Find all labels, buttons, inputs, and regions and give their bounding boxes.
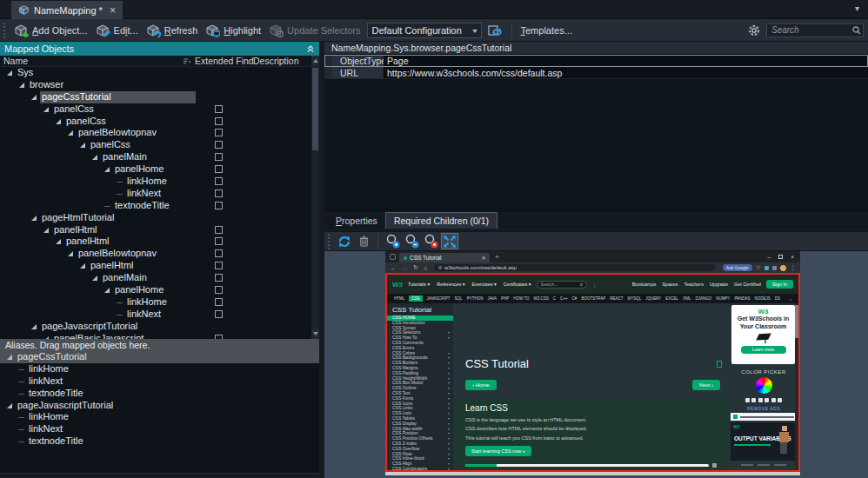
tree-row[interactable]: panelBasicJavascript (0, 333, 311, 339)
delete-image-button[interactable] (355, 233, 372, 249)
expand-icon[interactable] (6, 70, 13, 76)
toolbar-grip[interactable] (3, 23, 8, 38)
expand-icon[interactable] (103, 287, 110, 294)
tree-row[interactable]: Sys (0, 67, 311, 79)
tree-row[interactable]: textnodeTitle (0, 435, 319, 448)
zoom-out-button[interactable] (403, 233, 420, 249)
expand-icon[interactable] (67, 250, 74, 257)
expand-icon[interactable] (55, 238, 62, 245)
templates-button[interactable]: Templates... (517, 23, 577, 37)
extended-find-checkbox[interactable] (215, 310, 223, 318)
search-input[interactable] (766, 23, 864, 37)
extended-find-checkbox[interactable] (215, 274, 223, 282)
tab-close-icon[interactable]: × (110, 4, 116, 17)
expand-icon[interactable] (30, 215, 37, 222)
extended-find-checkbox[interactable] (215, 298, 223, 306)
scroll-down-icon[interactable] (311, 329, 319, 339)
tree-row[interactable]: linkHome (0, 176, 311, 188)
expand-icon[interactable] (67, 129, 74, 136)
update-selectors-button[interactable]: Update Selectors (265, 22, 364, 39)
edit-button[interactable]: Edit... (92, 22, 143, 39)
expand-icon[interactable] (6, 402, 13, 409)
tree-scrollbar[interactable] (311, 56, 319, 339)
scrollbar-thumb[interactable] (312, 68, 318, 150)
expand-icon[interactable] (91, 154, 98, 161)
tree-row[interactable]: panelBelowtopnav (0, 248, 311, 260)
tree-row[interactable]: browser (0, 79, 311, 91)
extended-find-checkbox[interactable] (215, 189, 223, 197)
extended-find-checkbox[interactable] (215, 129, 223, 136)
expand-icon[interactable] (103, 166, 110, 173)
expand-icon[interactable] (30, 323, 37, 330)
tab-namemapping[interactable]: NameMapping * × (11, 1, 123, 19)
expand-icon[interactable] (55, 118, 62, 125)
fit-to-window-button[interactable] (441, 233, 458, 249)
extended-find-checkbox[interactable] (215, 153, 223, 161)
property-value[interactable]: Page (384, 55, 868, 66)
tree-row[interactable]: textnodeTitle (0, 388, 319, 400)
tree-row[interactable]: panelHome (0, 163, 311, 176)
property-row[interactable]: ObjectType Page (324, 55, 868, 67)
tree-row[interactable]: linkHome (0, 363, 319, 375)
scroll-up-icon[interactable] (311, 56, 319, 66)
tree-row[interactable]: pageCssTutorial (0, 91, 311, 103)
tab-overflow-icon[interactable]: ▾ (855, 3, 859, 13)
gear-icon[interactable] (747, 23, 761, 37)
extended-find-checkbox[interactable] (215, 202, 223, 209)
refresh-image-button[interactable] (336, 233, 353, 249)
collapse-panel-icon[interactable] (306, 44, 315, 53)
tree-row[interactable]: panelHtml (0, 236, 311, 248)
tree-row[interactable]: pageJavascriptTutorial (0, 321, 311, 333)
extended-find-checkbox[interactable] (215, 165, 223, 173)
refresh-button[interactable]: Refresh (143, 22, 203, 39)
toolbar-grip[interactable] (328, 234, 332, 249)
update-configuration-button[interactable] (484, 22, 507, 39)
extended-find-checkbox[interactable] (215, 141, 223, 149)
add-object-button[interactable]: Add Object... (10, 22, 92, 39)
tree-row[interactable]: linkNext (0, 188, 311, 200)
tree-row[interactable]: linkHome (0, 411, 319, 423)
extended-find-checkbox[interactable] (215, 117, 223, 125)
column-name[interactable]: Name (3, 56, 28, 67)
tree-row[interactable]: textnodeTitle (0, 200, 311, 212)
zoom-in-button[interactable] (384, 233, 401, 249)
tree-row[interactable]: linkHome (0, 296, 311, 309)
expand-icon[interactable] (43, 106, 50, 113)
extended-find-checkbox[interactable] (215, 286, 223, 294)
expand-icon[interactable] (18, 82, 25, 89)
extended-find-checkbox[interactable] (215, 249, 223, 257)
column-extended-find[interactable]: Extended Find (195, 56, 254, 67)
tree-row[interactable]: panelHtml (0, 260, 311, 272)
tree-row[interactable]: panelMain (0, 151, 311, 163)
tree-row[interactable]: panelCss (0, 139, 311, 151)
tree-row[interactable]: linkNext (0, 423, 319, 435)
expand-icon[interactable] (6, 354, 13, 361)
tree-row[interactable]: linkNext (0, 309, 311, 321)
tree-row[interactable]: pageCssTutorial (0, 351, 319, 363)
expand-icon[interactable] (79, 142, 86, 149)
tab-required-children[interactable]: Required Children (0/1) (385, 212, 497, 229)
column-description[interactable]: Description (253, 56, 299, 67)
zoom-actual-size-button[interactable] (422, 233, 439, 249)
tree-row[interactable]: panelCss (0, 103, 311, 116)
tree-row[interactable]: panelHome (0, 284, 311, 296)
expand-icon[interactable] (43, 227, 50, 234)
tree-row[interactable]: panelMain (0, 272, 311, 284)
expand-icon[interactable] (79, 262, 86, 269)
tree-row[interactable]: panelCss (0, 116, 311, 128)
expand-icon[interactable] (91, 275, 98, 282)
property-value[interactable]: https://www.w3schools.com/css/default.as… (384, 67, 868, 78)
expand-icon[interactable] (30, 94, 37, 101)
tab-properties[interactable]: Properties (328, 214, 385, 229)
tree-row[interactable]: pageJavascriptTutorial (0, 400, 319, 412)
tree-row[interactable]: panelBelowtopnav (0, 127, 311, 139)
property-row[interactable]: URL https://www.w3schools.com/css/defaul… (324, 67, 868, 79)
tree-row[interactable]: linkNext (0, 375, 319, 388)
extended-find-checkbox[interactable] (215, 237, 223, 245)
tree-row[interactable]: pageHtmlTutorial (0, 212, 311, 224)
extended-find-checkbox[interactable] (215, 262, 223, 269)
tree-row[interactable]: panelHtml (0, 224, 311, 236)
extended-find-checkbox[interactable] (215, 177, 223, 185)
highlight-button[interactable]: Highlight (202, 22, 265, 39)
extended-find-checkbox[interactable] (215, 105, 223, 113)
